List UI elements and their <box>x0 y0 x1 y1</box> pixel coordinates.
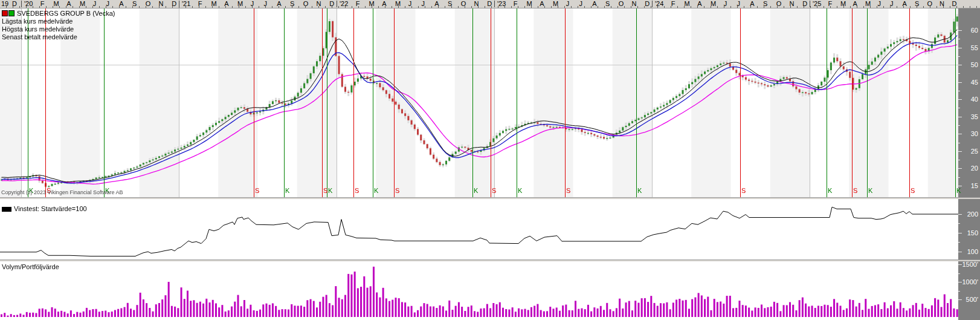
price-legend: SVEDBERGS GROUP B (Vecka) Lägsta kurs me… <box>2 10 115 41</box>
time-axis-month-label: O <box>303 0 309 7</box>
time-axis-month-label: J <box>408 0 412 7</box>
price-axis-minor-tick <box>958 177 960 178</box>
buy-signal-letter: K <box>285 187 289 194</box>
legend-item-hogsta: Högsta kurs medelvärde <box>2 25 115 33</box>
year-separator <box>179 1 179 7</box>
time-axis-month-label: M <box>211 0 217 7</box>
volume-axis-strip: 1500'1000'500' <box>958 261 980 320</box>
vinstest-legend-label: Vinstest: Startvärde=100 <box>14 205 87 212</box>
price-axis-label: 20 <box>971 165 978 172</box>
volume-axis-tick <box>958 299 962 300</box>
time-axis-month-label: M <box>54 0 59 7</box>
time-axis-month-label: S <box>605 0 610 7</box>
year-separator <box>21 1 22 7</box>
time-axis-month-label: S <box>763 0 767 7</box>
year-separator <box>494 1 495 7</box>
year-separator <box>652 1 653 7</box>
time-axis-month-label: M <box>865 0 871 7</box>
buy-signal-letter: K <box>474 187 478 194</box>
time-axis-month-label: O <box>776 0 782 7</box>
time-axis-month-label: D <box>802 0 807 7</box>
time-axis-month-label: O <box>146 0 151 7</box>
vinstest-axis-label: 200 <box>967 211 978 218</box>
price-axis-label: 50 <box>971 61 978 68</box>
buy-signal-letter: K <box>328 187 332 194</box>
sell-signal-letter: S <box>492 187 496 194</box>
time-axis-month-label: J <box>890 0 894 7</box>
volume-axis-label: 1500' <box>962 261 978 268</box>
price-axis-label: 30 <box>971 130 978 137</box>
time-axis-month-label: J <box>724 0 727 7</box>
vinstest-axis-minor-tick <box>958 242 960 243</box>
sell-signal-letter: S <box>853 187 857 194</box>
sell-signal-letter: S <box>395 187 399 194</box>
price-axis-minor-tick <box>958 73 960 74</box>
volume-chart-canvas[interactable] <box>0 261 958 320</box>
time-axis-month-label: M <box>237 0 243 7</box>
time-axis-month-label: M <box>553 0 558 7</box>
price-axis-minor-tick <box>958 39 960 39</box>
vinstest-chart-canvas[interactable] <box>0 199 958 260</box>
time-axis-month-label: D <box>487 0 492 7</box>
price-axis-minor-tick <box>958 56 960 57</box>
volume-panel-label: Volym/Portföljvärde <box>2 263 59 271</box>
copyright-notice: Copyright (c) 2023 Vikingen Financial So… <box>1 189 123 195</box>
price-axis-strip: 60555045403530252015 <box>958 8 980 197</box>
time-axis-month-label: A <box>382 0 386 7</box>
time-axis-month-label: M <box>840 0 846 7</box>
time-axis-month-label: O <box>461 0 466 7</box>
time-axis-month-label: F <box>198 0 202 7</box>
time-axis-month-label: A <box>277 0 281 7</box>
time-axis-month-label: M <box>369 0 375 7</box>
price-axis-minor-tick <box>958 91 960 91</box>
time-axis-month-label: J <box>106 0 110 7</box>
buy-signal-letter: K <box>868 187 872 194</box>
vinstest-panel: 200150100 Vinstest: Startvärde=100 <box>0 199 980 260</box>
time-axis-month-label: A <box>853 0 857 7</box>
time-axis-year-label: '25 <box>813 0 821 7</box>
time-axis-month-label: N <box>474 0 479 7</box>
vinstest-axis-minor-tick <box>958 223 960 224</box>
down-bar-swatch-icon <box>2 10 8 16</box>
price-axis-minor-tick <box>958 108 960 108</box>
time-axis-label: 19 <box>1 0 8 7</box>
price-axis-tick <box>958 134 962 134</box>
time-axis: 19D'20FMAMJJASOND'21FMAMJJASOND'22FMAMJJ… <box>0 0 980 8</box>
time-axis-year-label: '21 <box>182 0 190 7</box>
time-axis-month-label: A <box>592 0 596 7</box>
volume-panel: 1500'1000'500' Volym/Portföljvärde <box>0 261 980 320</box>
year-separator <box>810 1 810 7</box>
time-axis-month-label: A <box>434 0 439 7</box>
price-axis-tick <box>958 117 962 117</box>
volume-axis-minor-tick <box>958 291 960 292</box>
price-axis-label: 55 <box>971 44 978 51</box>
time-axis-month-label: A <box>697 0 701 7</box>
buy-signal-letter: K <box>637 187 642 194</box>
volume-axis-tick <box>958 264 962 265</box>
time-axis-month-label: J <box>264 0 268 7</box>
vinstest-axis-label: 100 <box>967 248 978 255</box>
time-axis-month-label: D <box>329 0 334 7</box>
price-axis-label: 35 <box>971 113 978 120</box>
time-axis-month-label: F <box>40 0 45 7</box>
price-axis-minor-tick <box>958 143 960 143</box>
time-axis-month-label: D <box>645 0 650 7</box>
price-chart-canvas[interactable] <box>0 8 958 197</box>
price-axis-tick <box>958 186 962 186</box>
price-legend-title-row: SVEDBERGS GROUP B (Vecka) <box>2 10 115 18</box>
time-axis-month-label: J <box>737 0 741 7</box>
price-axis-tick <box>958 65 962 65</box>
sell-signal-letter: S <box>355 187 359 194</box>
time-axis-month-label: S <box>290 0 294 7</box>
time-axis-year-label: '24 <box>655 0 663 7</box>
time-axis-month-label: A <box>66 0 71 7</box>
time-axis-month-label: A <box>119 0 123 7</box>
volume-axis-label: 1000' <box>962 278 978 286</box>
time-axis-year-label: '22 <box>340 0 348 7</box>
time-axis-month-label: A <box>224 0 228 7</box>
time-axis-month-label: A <box>750 0 754 7</box>
time-axis-month-label: F <box>356 0 360 7</box>
time-axis-month-label: S <box>132 0 137 7</box>
time-axis-month-label: D <box>172 0 176 7</box>
vinstest-axis-label: 150 <box>967 229 978 237</box>
